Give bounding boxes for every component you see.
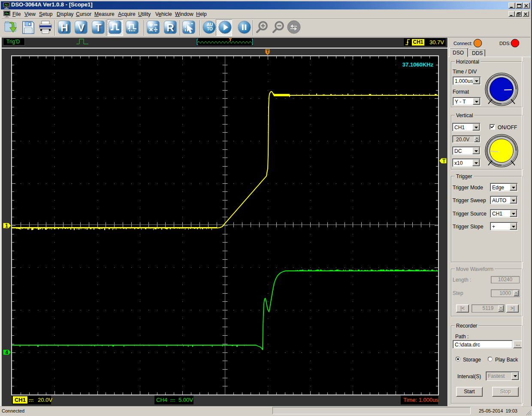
- svg-text:T: T: [266, 49, 269, 54]
- svg-text:1: 1: [5, 223, 8, 229]
- svg-text:4: 4: [5, 349, 8, 355]
- svg-text:T: T: [442, 158, 446, 164]
